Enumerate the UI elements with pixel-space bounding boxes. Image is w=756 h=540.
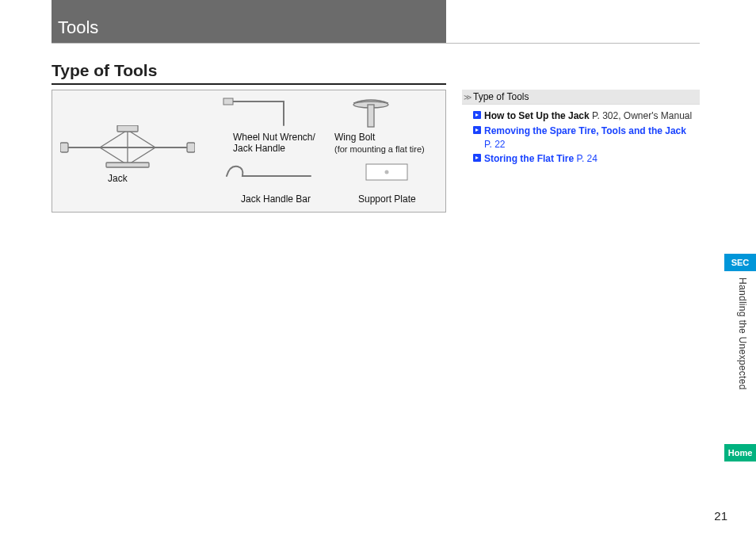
link-icon <box>473 154 481 162</box>
bolt-illustration <box>347 98 395 133</box>
chapter-title: Tools <box>58 17 98 38</box>
svg-rect-6 <box>117 125 138 132</box>
reference-title: How to Set Up the Jack <box>484 110 590 121</box>
reference-tail: , Owner's Manual <box>618 110 692 121</box>
plate-illustration <box>365 163 408 182</box>
reference-list: How to Set Up the Jack P. 302, Owner's M… <box>462 105 700 172</box>
wrench-label: Wheel Nut Wrench/ Jack Handle <box>233 132 315 155</box>
wrench-illustration <box>220 97 307 130</box>
sidebar: ≫Type of Tools How to Set Up the Jack P.… <box>462 90 700 172</box>
bolt-sublabel: (for mounting a flat tire) <box>334 144 425 155</box>
svg-rect-10 <box>368 105 374 127</box>
plate-label: Support Plate <box>358 193 416 205</box>
sidebar-heading-row: ≫Type of Tools <box>462 90 700 105</box>
svg-rect-7 <box>106 163 149 167</box>
reference-item[interactable]: Removing the Spare Tire, Tools and the J… <box>473 124 695 151</box>
svg-rect-8 <box>223 98 233 105</box>
chapter-side-label: Handling the Unexpected <box>737 278 748 390</box>
info-icon: ≫ <box>464 94 472 101</box>
jack-label: Jack <box>108 173 128 184</box>
jack-illustration <box>60 125 195 170</box>
reference-page: P. 22 <box>484 139 505 150</box>
svg-rect-1 <box>60 143 68 152</box>
reference-title: Removing the Spare Tire, Tools and the J… <box>484 125 686 136</box>
svg-rect-2 <box>187 143 195 152</box>
handle-label: Jack Handle Bar <box>241 193 311 205</box>
tools-figure: Jack Wheel Nut Wrench/ Jack Handle Jack … <box>52 90 446 213</box>
link-icon <box>473 126 481 134</box>
bolt-label: Wing Bolt <box>334 132 375 143</box>
reference-page: P. 24 <box>576 153 597 164</box>
link-icon <box>473 111 481 119</box>
chapter-header: Tools <box>52 0 446 43</box>
svg-point-12 <box>385 170 389 174</box>
reference-item[interactable]: Storing the Flat Tire P. 24 <box>473 152 695 166</box>
section-rule <box>52 83 446 85</box>
section-title: Type of Tools <box>52 61 700 80</box>
sidebar-heading: Type of Tools <box>473 91 529 102</box>
home-tab[interactable]: Home <box>724 444 756 461</box>
section-tab[interactable]: SEC <box>724 254 756 271</box>
page-number: 21 <box>714 509 727 523</box>
reference-page: P. 302 <box>592 110 618 121</box>
reference-item: How to Set Up the Jack P. 302, Owner's M… <box>473 109 695 123</box>
reference-title: Storing the Flat Tire <box>484 153 574 164</box>
handle-illustration <box>220 162 315 182</box>
